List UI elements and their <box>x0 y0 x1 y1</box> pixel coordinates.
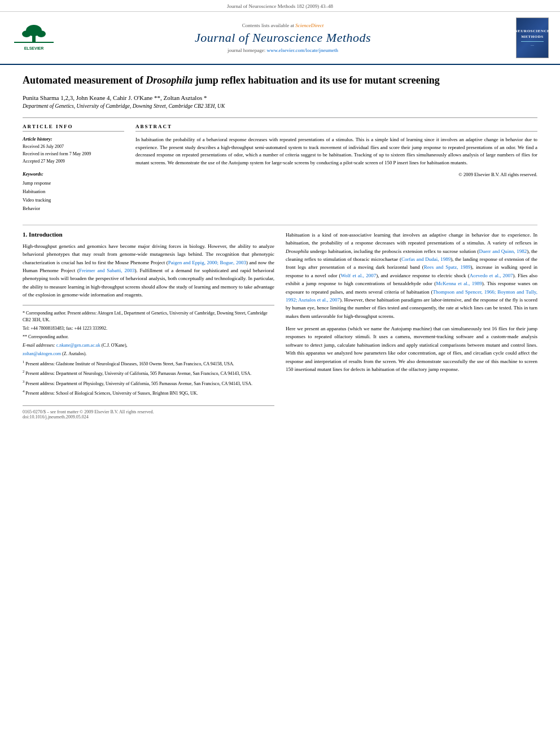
doi-line: doi:10.1016/j.jneumeth.2009.05.024 <box>23 414 274 420</box>
cite-wolf[interactable]: Wolf et al., 2007 <box>341 273 377 278</box>
keyword-habituation: Habituation <box>23 187 124 196</box>
copyright-line: © 2009 Elsevier B.V. All rights reserved… <box>135 172 537 177</box>
two-column-body: 1. Introduction High-throughput genetics… <box>23 231 537 420</box>
keyword-video-tracking: Video tracking <box>23 196 124 204</box>
footnote-1: 1 Present address: Gladstone Institute o… <box>23 359 274 368</box>
keywords-list: Jump response Habituation Video tracking… <box>23 179 124 213</box>
article-title: Automated measurement of Drosophila jump… <box>23 73 537 88</box>
license-line: 0165-0270/$ – see front matter © 2009 El… <box>23 409 274 414</box>
received-date: Received 26 July 2007 <box>23 143 124 151</box>
footnote-4: 4 Present address: School of Biological … <box>23 388 274 397</box>
section-divider <box>23 225 537 225</box>
cover-subtitle: — <box>531 43 534 47</box>
cover-title: NEUROSCIENCEMETHODS <box>515 29 550 39</box>
main-content: Automated measurement of Drosophila jump… <box>0 65 560 428</box>
elsevier-logo: ELSEVIER <box>11 20 56 55</box>
journal-center: Contents lists available at ScienceDirec… <box>56 23 509 53</box>
revised-date: Received in revised form 7 May 2009 <box>23 151 124 158</box>
title-part1: Automated measurement of <box>23 75 146 86</box>
authors: Punita Sharma 1,2,3, John Keane 4, Cahir… <box>23 94 537 101</box>
svg-text:ELSEVIER: ELSEVIER <box>24 46 44 50</box>
cite-rees[interactable]: Rees and Spatz, 1989 <box>424 264 471 270</box>
title-italic: Drosophila <box>146 75 193 86</box>
right-column: Habituation is a kind of non-associative… <box>286 231 537 420</box>
article-info-panel: ARTICLE INFO Article history: Received 2… <box>23 124 124 213</box>
keyword-jump-response: Jump response <box>23 179 124 187</box>
cite-freimer[interactable]: Freimer and Sabatti, 2003 <box>79 268 134 273</box>
homepage-url[interactable]: www.elsevier.com/locate/jneumeth <box>267 47 338 53</box>
abstract-panel: ABSTRACT In habituation the probability … <box>135 124 537 213</box>
footnote-3: 3 Present address: Department of Physiol… <box>23 379 274 387</box>
email-zoltan[interactable]: zoltan@aktogen.com <box>23 351 61 356</box>
keyword-behavior: Behavior <box>23 204 124 213</box>
journal-citation: Journal of Neuroscience Methods 182 (200… <box>0 0 560 12</box>
footnote-corresponding1: * Corresponding author. Present address:… <box>23 310 274 324</box>
abstract-heading: ABSTRACT <box>135 124 537 132</box>
cover-divider <box>521 41 544 42</box>
cite-corfas[interactable]: Corfas and Dudai, 1989 <box>401 256 450 262</box>
footnote-email: E-mail addresses: c.nkane@gen.cam.ac.uk … <box>23 342 274 349</box>
article-dates: Received 26 July 2007 Received in revise… <box>23 143 124 165</box>
right-para-2: Here we present an apparatus (which we n… <box>286 325 537 373</box>
left-column: 1. Introduction High-throughput genetics… <box>23 231 274 420</box>
history-label: Article history: <box>23 136 124 142</box>
abstract-text: In habituation the probability of a beha… <box>135 136 537 167</box>
journal-title: Journal of Neuroscience Methods <box>56 30 509 45</box>
cite-mckenna[interactable]: McKenna et al., 1989 <box>436 281 482 286</box>
journal-ref-text: Journal of Neuroscience Methods 182 (200… <box>227 3 333 9</box>
svg-point-3 <box>22 30 31 37</box>
svg-point-4 <box>37 30 46 37</box>
article-info-heading: ARTICLE INFO <box>23 124 124 132</box>
cite-acevedo[interactable]: Acevedo et al., 2007 <box>470 273 513 278</box>
footnotes-section: * Corresponding author. Present address:… <box>23 305 274 397</box>
title-part2: jump reflex habituation and its use for … <box>193 75 440 86</box>
affiliation: Department of Genetics, University of Ca… <box>23 103 537 109</box>
accepted-date: Accepted 27 May 2009 <box>23 158 124 165</box>
journal-header: ELSEVIER Contents lists available at Sci… <box>0 12 560 65</box>
footnote-2: 2 Present address: Department of Neurolo… <box>23 369 274 377</box>
footnote-corresponding2: ** Corresponding author. <box>23 334 274 340</box>
cite-paigen[interactable]: Paigen and Eppig, 2000; Bogue, 2003 <box>168 260 246 265</box>
contents-available-line: Contents lists available at ScienceDirec… <box>56 23 509 28</box>
journal-homepage: journal homepage: www.elsevier.com/locat… <box>56 47 509 53</box>
cite-thompson[interactable]: Thompson and Spencer, 1966; Boynton and … <box>286 289 537 303</box>
keywords-label: Keywords: <box>23 171 124 177</box>
footnote-email2: zoltan@aktogen.com (Z. Asztalos). <box>23 351 274 357</box>
sciencedirect-link[interactable]: ScienceDirect <box>295 23 323 28</box>
footnote-tel: Tel: +44 78008183483; fax: +44 1223 3339… <box>23 325 274 332</box>
cite-duerr[interactable]: Duerr and Quinn, 1982 <box>479 248 527 254</box>
intro-paragraph: High-throughput genetics and genomics ha… <box>23 242 274 299</box>
right-para-1: Habituation is a kind of non-associative… <box>286 231 537 320</box>
authors-text: Punita Sharma 1,2,3, John Keane 4, Cahir… <box>23 94 207 101</box>
article-info-abstract-container: ARTICLE INFO Article history: Received 2… <box>23 117 537 213</box>
intro-heading: 1. Introduction <box>23 231 274 238</box>
email-okane[interactable]: c.nkane@gen.cam.ac.uk <box>56 343 100 348</box>
bottom-copyright-info: 0165-0270/$ – see front matter © 2009 El… <box>23 405 274 420</box>
contents-text: Contents lists available at <box>242 23 294 28</box>
homepage-label: journal homepage: <box>228 47 265 53</box>
journal-cover-image: NEUROSCIENCEMETHODS — <box>509 18 549 58</box>
